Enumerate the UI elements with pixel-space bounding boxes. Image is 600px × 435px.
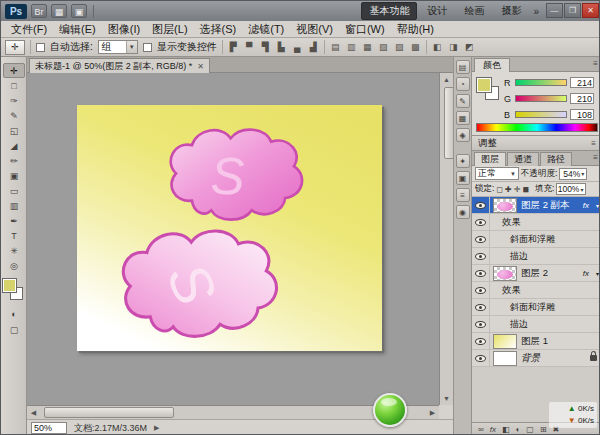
align-top-icon[interactable]: ▙ <box>276 42 287 52</box>
visibility-toggle[interactable] <box>472 350 490 367</box>
menu-window[interactable]: 窗口(W) <box>339 22 391 37</box>
panel-menu-icon[interactable]: ≡ <box>591 139 596 148</box>
adjustments-panel-header[interactable]: 调整 ≡ <box>472 135 600 151</box>
canvas-area[interactable]: S S <box>27 73 439 405</box>
fill-input[interactable]: 100% ▾ <box>556 183 586 195</box>
blue-channel-value[interactable]: 108 <box>570 109 594 120</box>
layer-style-button[interactable]: fx <box>490 425 496 434</box>
align-bottom-icon[interactable]: ▟ <box>308 42 319 52</box>
floating-ball-widget[interactable] <box>373 393 407 427</box>
extra-option-icon-2[interactable]: ◨ <box>448 42 459 52</box>
color-spectrum-ramp[interactable] <box>476 123 598 132</box>
opacity-input[interactable]: 54% ▾ <box>559 168 587 180</box>
panel-icon-navigator[interactable]: ▤ <box>456 60 470 74</box>
foreground-color-swatch[interactable] <box>3 279 16 292</box>
tool-move[interactable]: ✛ <box>3 63 25 78</box>
effect-row-bevel[interactable]: 斜面和浮雕 <box>472 231 600 248</box>
red-channel-slider[interactable] <box>515 79 567 86</box>
tool-clone-stamp[interactable]: ▣ <box>3 168 25 183</box>
new-layer-button[interactable]: ⊞ <box>540 425 547 434</box>
align-middle-icon[interactable]: ▄ <box>292 42 303 52</box>
tool-gradient[interactable]: ▥ <box>3 198 25 213</box>
scroll-right-icon[interactable]: ▶ <box>426 406 439 419</box>
extra-option-icon-3[interactable]: ◩ <box>464 42 475 52</box>
panel-menu-icon[interactable]: ≡ <box>593 153 598 162</box>
panel-icon-info[interactable]: ▦ <box>456 111 470 125</box>
layer-thumbnail[interactable] <box>493 334 517 349</box>
layer-thumbnail[interactable] <box>493 266 517 281</box>
menu-filter[interactable]: 滤镜(T) <box>242 22 290 37</box>
layer-name[interactable]: 图层 2 副本 <box>521 199 570 212</box>
panel-icon-styles[interactable]: ◈ <box>456 128 470 142</box>
green-channel-value[interactable]: 210 <box>570 93 594 104</box>
menu-view[interactable]: 视图(V) <box>290 22 339 37</box>
auto-select-checkbox[interactable] <box>36 43 45 52</box>
horizontal-scroll-thumb[interactable] <box>44 407 174 418</box>
collapse-arrow-icon[interactable]: ▾ <box>596 202 599 209</box>
tab-channels[interactable]: 通道 <box>507 152 539 166</box>
effects-row[interactable]: 效果 <box>472 214 600 231</box>
adjustment-layer-button[interactable]: ◐ <box>516 425 521 434</box>
tab-close-icon[interactable]: ✕ <box>197 62 204 71</box>
layer-row-layer1[interactable]: 图层 1 <box>472 333 600 350</box>
distribute-icon-2[interactable]: ▥ <box>346 42 357 52</box>
distribute-icon-6[interactable]: ▩ <box>410 42 421 52</box>
workspace-photography[interactable]: 摄影 <box>494 3 528 19</box>
arrange-documents-icon[interactable]: ▣ <box>71 4 87 18</box>
visibility-toggle[interactable] <box>472 265 490 282</box>
tool-type[interactable]: T <box>3 228 25 243</box>
auto-select-dropdown[interactable]: 组 ▼ <box>98 40 138 54</box>
new-group-button[interactable]: ▢ <box>526 425 534 434</box>
visibility-toggle[interactable] <box>472 299 490 316</box>
workspace-overflow-icon[interactable]: » <box>531 6 541 17</box>
tool-hand[interactable]: ✳ <box>3 243 25 258</box>
menu-edit[interactable]: 编辑(E) <box>53 22 102 37</box>
view-extras-icon[interactable]: ▦ <box>51 4 67 18</box>
lock-all-icon[interactable]: ◼ <box>522 185 529 194</box>
layer-thumbnail[interactable] <box>493 351 517 366</box>
visibility-toggle[interactable] <box>472 333 490 350</box>
align-center-icon[interactable]: ▀ <box>244 42 255 52</box>
tab-color[interactable]: 颜色 <box>474 58 510 72</box>
panel-icon-paragraph[interactable]: ◉ <box>456 205 470 219</box>
menu-help[interactable]: 帮助(H) <box>391 22 440 37</box>
vertical-scrollbar[interactable]: ▲ ▼ <box>439 73 453 405</box>
document-canvas[interactable]: S S <box>77 105 382 351</box>
layer-row-layer2[interactable]: 图层 2 fx ▾ <box>472 265 600 282</box>
close-button[interactable]: ✕ <box>582 3 599 18</box>
layer-name[interactable]: 背景 <box>521 352 540 365</box>
visibility-toggle[interactable] <box>472 282 490 299</box>
distribute-icon-4[interactable]: ▧ <box>378 42 389 52</box>
tool-brush[interactable]: ✏ <box>3 153 25 168</box>
screen-mode-button[interactable]: ▢ <box>3 323 25 337</box>
panel-icon-brush[interactable]: ✎ <box>456 94 470 108</box>
extra-option-icon-1[interactable]: ◧ <box>432 42 443 52</box>
effect-row-stroke[interactable]: 描边 <box>472 248 600 265</box>
workspace-design[interactable]: 设计 <box>420 3 454 19</box>
tab-layers[interactable]: 图层 <box>474 152 506 166</box>
menu-file[interactable]: 文件(F) <box>5 22 53 37</box>
scroll-left-icon[interactable]: ◀ <box>27 406 40 419</box>
collapse-arrow-icon[interactable]: ▾ <box>596 270 599 277</box>
blend-mode-dropdown[interactable]: 正常 ▼ <box>475 167 519 180</box>
visibility-toggle[interactable] <box>472 197 490 214</box>
tool-crop[interactable]: ◱ <box>3 123 25 138</box>
layer-thumbnail[interactable] <box>493 198 517 213</box>
effect-row-stroke[interactable]: 描边 <box>472 316 600 333</box>
red-channel-value[interactable]: 214 <box>570 77 594 88</box>
visibility-toggle[interactable] <box>472 231 490 248</box>
minimize-button[interactable]: — <box>546 3 563 18</box>
link-layers-button[interactable]: ∞ <box>478 425 484 434</box>
visibility-toggle[interactable] <box>472 214 490 231</box>
layer-name[interactable]: 图层 1 <box>521 335 548 348</box>
green-channel-slider[interactable] <box>515 95 567 102</box>
foreground-color-swatch[interactable] <box>477 78 491 92</box>
layer-row-layer2-copy[interactable]: 图层 2 副本 fx ▾ <box>472 197 600 214</box>
effects-row[interactable]: 效果 <box>472 282 600 299</box>
lock-transparent-icon[interactable]: ◻ <box>496 185 503 194</box>
scroll-up-icon[interactable]: ▲ <box>440 73 453 86</box>
workspace-painting[interactable]: 绘画 <box>457 3 491 19</box>
tool-pen[interactable]: ✒ <box>3 213 25 228</box>
align-left-icon[interactable]: ▛ <box>228 42 239 52</box>
tool-quick-select[interactable]: ✎ <box>3 108 25 123</box>
